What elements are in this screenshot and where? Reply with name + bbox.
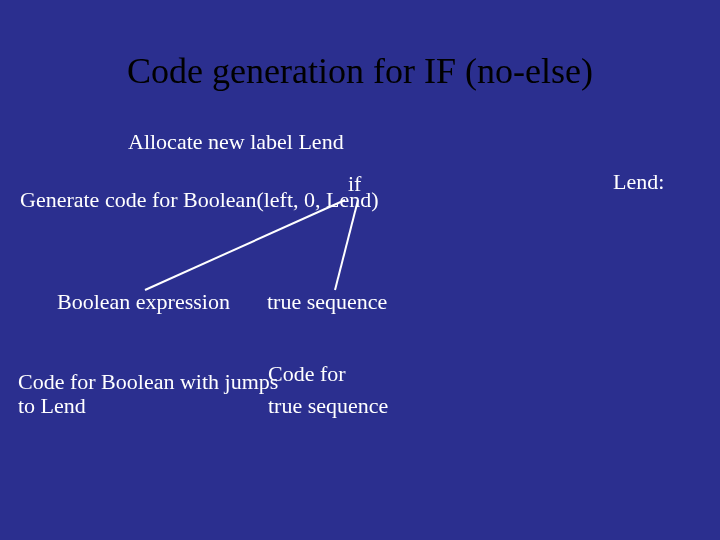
svg-line-0 bbox=[145, 200, 345, 290]
label-true-sequence: true sequence bbox=[267, 290, 387, 314]
label-code-for: Code for bbox=[268, 362, 346, 386]
label-generate-code: Generate code for Boolean(left, 0, Lend) bbox=[20, 188, 379, 212]
slide-title: Code generation for IF (no-else) bbox=[0, 50, 720, 92]
slide: Code generation for IF (no-else) Allocat… bbox=[0, 0, 720, 540]
label-lend: Lend: bbox=[613, 170, 664, 194]
label-allocate: Allocate new label Lend bbox=[128, 130, 344, 154]
svg-line-1 bbox=[335, 200, 358, 290]
label-code-bool-jumps-line2: to Lend bbox=[18, 394, 86, 418]
label-true-sequence-2: true sequence bbox=[268, 394, 388, 418]
label-code-bool-jumps-line1: Code for Boolean with jumps bbox=[18, 370, 278, 394]
label-boolean-expression: Boolean expression bbox=[57, 290, 230, 314]
